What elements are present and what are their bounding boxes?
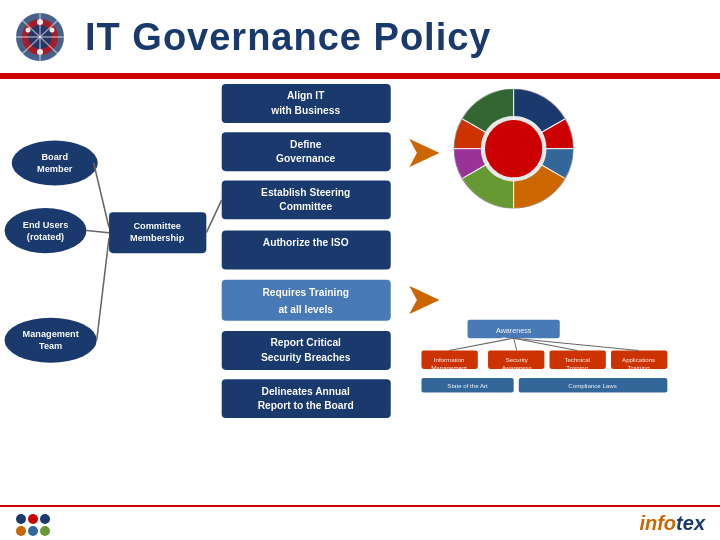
- svg-text:Information: Information: [434, 356, 465, 363]
- svg-text:Program: Program: [502, 335, 526, 342]
- footer-brand: infotex: [639, 512, 705, 535]
- svg-point-14: [5, 208, 87, 253]
- svg-text:Committee: Committee: [133, 221, 181, 231]
- svg-text:Membership: Membership: [130, 233, 185, 243]
- svg-line-70: [449, 338, 514, 350]
- svg-line-72: [514, 338, 578, 350]
- svg-text:Board: Board: [41, 152, 68, 162]
- svg-text:at all levels: at all levels: [278, 304, 333, 315]
- svg-text:Team: Team: [39, 341, 62, 351]
- svg-rect-74: [421, 378, 513, 392]
- footer-logo: [15, 509, 60, 539]
- svg-point-45: [454, 89, 573, 208]
- svg-rect-37: [222, 331, 391, 370]
- svg-text:Security Breaches: Security Breaches: [261, 352, 351, 363]
- svg-text:Governance: Governance: [276, 153, 335, 164]
- svg-rect-23: [222, 84, 391, 123]
- svg-point-87: [40, 526, 50, 536]
- svg-rect-29: [222, 180, 391, 219]
- svg-rect-34: [222, 280, 391, 321]
- svg-point-17: [5, 318, 97, 363]
- svg-text:with Business: with Business: [270, 105, 340, 116]
- svg-line-48: [538, 119, 565, 134]
- svg-text:Define: Define: [290, 139, 322, 150]
- svg-rect-67: [611, 350, 667, 368]
- svg-text:Report Critical: Report Critical: [270, 337, 341, 348]
- svg-text:Delineates Annual: Delineates Annual: [262, 386, 350, 397]
- page-title: IT Governance Policy: [85, 16, 491, 59]
- svg-text:Committee: Committee: [279, 201, 332, 212]
- svg-line-50: [538, 163, 565, 178]
- svg-line-52: [462, 163, 489, 178]
- svg-rect-40: [222, 379, 391, 418]
- svg-text:Management: Management: [431, 364, 467, 371]
- svg-text:Training: Training: [628, 364, 650, 371]
- svg-point-8: [37, 49, 43, 55]
- svg-point-9: [26, 28, 31, 33]
- svg-rect-55: [468, 320, 560, 338]
- svg-text:Authorize the ISO: Authorize the ISO: [263, 237, 349, 248]
- svg-rect-32: [222, 231, 391, 270]
- svg-line-54: [462, 119, 489, 134]
- svg-line-71: [514, 338, 517, 350]
- page-footer: infotex: [0, 505, 720, 540]
- svg-rect-20: [109, 212, 206, 253]
- svg-text:(rotated): (rotated): [27, 232, 64, 242]
- svg-line-79: [86, 231, 109, 233]
- svg-text:➤: ➤: [406, 278, 440, 321]
- svg-point-83: [28, 514, 38, 524]
- svg-text:Compliance Laws: Compliance Laws: [568, 382, 616, 389]
- svg-point-84: [40, 514, 50, 524]
- svg-point-10: [50, 28, 55, 33]
- organization-logo: [10, 10, 70, 65]
- svg-point-82: [16, 514, 26, 524]
- svg-text:Technical: Technical: [564, 356, 590, 363]
- svg-text:Requires Training: Requires Training: [262, 287, 348, 298]
- svg-line-80: [97, 238, 109, 340]
- svg-text:Training: Training: [566, 364, 588, 371]
- svg-point-46: [485, 120, 542, 177]
- svg-point-86: [28, 526, 38, 536]
- svg-text:➤: ➤: [406, 131, 440, 174]
- svg-text:Member: Member: [37, 164, 73, 174]
- svg-rect-26: [222, 132, 391, 171]
- svg-text:Management: Management: [23, 329, 79, 339]
- svg-point-85: [16, 526, 26, 536]
- page-header: IT Governance Policy: [0, 0, 720, 76]
- svg-rect-76: [519, 378, 668, 392]
- svg-line-78: [94, 163, 109, 228]
- svg-line-81: [206, 200, 221, 233]
- svg-rect-61: [488, 350, 544, 368]
- svg-point-7: [37, 19, 43, 25]
- svg-text:Awareness: Awareness: [502, 364, 532, 371]
- svg-text:Establish Steering: Establish Steering: [261, 187, 350, 198]
- svg-text:State of the Art: State of the Art: [447, 382, 488, 389]
- svg-text:End Users: End Users: [23, 220, 69, 230]
- svg-point-11: [12, 140, 98, 185]
- svg-text:Awareness: Awareness: [496, 327, 532, 335]
- svg-text:Align IT: Align IT: [287, 90, 325, 101]
- svg-text:Security: Security: [506, 356, 529, 363]
- svg-rect-58: [421, 350, 477, 368]
- svg-rect-64: [550, 350, 606, 368]
- svg-line-73: [514, 338, 639, 350]
- svg-text:Applications: Applications: [622, 356, 655, 363]
- svg-text:Report to the Board: Report to the Board: [258, 400, 354, 411]
